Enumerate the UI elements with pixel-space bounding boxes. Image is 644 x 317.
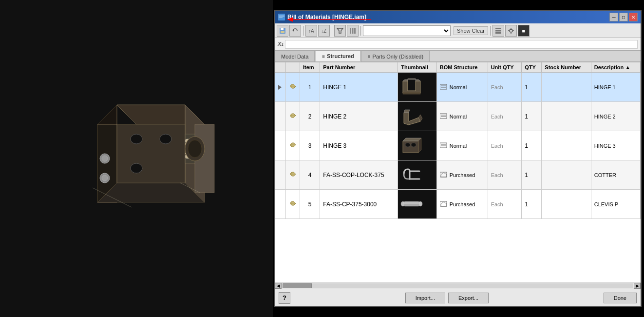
- col-stock-number[interactable]: Stock Number: [542, 62, 591, 73]
- scrollbar-track[interactable]: [283, 283, 633, 288]
- cell-qty: 1: [522, 73, 542, 102]
- tab-structured-icon: ≡: [322, 54, 325, 59]
- table-header-row: Item Part Number Thumbnail BOM Structure…: [275, 62, 641, 73]
- settings-button[interactable]: [505, 25, 517, 37]
- table-row[interactable]: 1 HINGE 1 Normal Each 1 HINGE 1: [275, 73, 641, 102]
- toolbar-separator-3: [360, 26, 361, 36]
- table-row[interactable]: 2 HINGE 2 Normal Each 1 HINGE 2: [275, 102, 641, 131]
- cell-qty: 1: [522, 131, 542, 160]
- cell-thumbnail: [398, 131, 436, 160]
- cell-unit-qty: Each: [488, 73, 522, 102]
- cell-expander[interactable]: [275, 73, 286, 102]
- minimize-button[interactable]: ─: [609, 13, 618, 21]
- svg-point-24: [188, 140, 202, 158]
- cell-expander: [275, 131, 286, 160]
- table-row[interactable]: 4 FA-SS-COP-LOCK-375 Purchased Each 1 CO…: [275, 160, 641, 190]
- sort-desc-button[interactable]: ↓Z: [318, 25, 330, 37]
- tab-parts-only-label: Parts Only (Disabled): [373, 54, 424, 59]
- bom-table-container[interactable]: Item Part Number Thumbnail BOM Structure…: [275, 62, 641, 282]
- col-part-number[interactable]: Part Number: [320, 62, 398, 73]
- col-thumbnail[interactable]: Thumbnail: [398, 62, 436, 73]
- scroll-left-btn[interactable]: ◀: [275, 283, 282, 289]
- cell-bom-structure: Normal: [436, 131, 488, 160]
- svg-rect-41: [354, 28, 356, 34]
- toolbar-separator-4: [490, 26, 491, 36]
- filter-button[interactable]: [334, 25, 346, 37]
- svg-rect-40: [352, 28, 354, 34]
- scroll-right-btn[interactable]: ▶: [634, 283, 641, 289]
- svg-point-65: [411, 143, 416, 147]
- table-row[interactable]: 3 HINGE 3 Normal Each 1 HINGE 3: [275, 131, 641, 160]
- properties-button[interactable]: [492, 25, 504, 37]
- cell-thumbnail: [398, 102, 436, 131]
- maximize-button[interactable]: □: [619, 13, 628, 21]
- bom-structure-label: Normal: [450, 114, 467, 119]
- cell-description: CLEVIS P: [591, 190, 640, 219]
- sort-asc-button[interactable]: ↑A: [305, 25, 317, 37]
- undo-button[interactable]: [289, 25, 301, 37]
- tab-model-data-label: Model Data: [281, 54, 308, 59]
- tab-structured[interactable]: ≡ Structured: [316, 51, 360, 61]
- cell-thumbnail: [398, 73, 436, 102]
- cell-item: 4: [300, 160, 320, 190]
- cell-item: 5: [300, 190, 320, 219]
- cell-bom-structure: Normal: [436, 73, 488, 102]
- horizontal-scrollbar[interactable]: ◀ ▶: [275, 282, 641, 289]
- cell-stock-number: [542, 131, 591, 160]
- col-qty[interactable]: QTY: [522, 62, 542, 73]
- save-button[interactable]: [277, 25, 288, 37]
- cell-part-number: FA-SS-CP-375-3000: [320, 190, 398, 219]
- active-mode-button[interactable]: ■: [518, 25, 530, 37]
- done-button[interactable]: Done: [604, 293, 637, 303]
- show-clear-button[interactable]: Show Clear: [454, 26, 488, 35]
- svg-marker-35: [292, 30, 294, 32]
- col-unit-qty[interactable]: Unit QTY: [488, 62, 522, 73]
- col-item[interactable]: Item: [300, 62, 320, 73]
- svg-point-10: [131, 163, 142, 173]
- cell-part-icon: [286, 73, 300, 102]
- cell-item: 1: [300, 73, 320, 102]
- cell-part-icon: [286, 190, 300, 219]
- cell-part-icon: [286, 102, 300, 131]
- table-row[interactable]: 5 FA-SS-CP-375-3000 Purchased Each 1 CLE…: [275, 190, 641, 219]
- cell-thumbnail: [398, 160, 436, 190]
- tab-parts-only-icon: ≡: [368, 54, 371, 59]
- tab-model-data[interactable]: Model Data: [275, 51, 315, 61]
- svg-rect-50: [440, 84, 447, 89]
- help-button[interactable]: ?: [279, 292, 290, 304]
- columns-button[interactable]: [347, 25, 359, 37]
- close-button[interactable]: ✕: [629, 13, 638, 21]
- svg-text:↑A: ↑A: [308, 28, 314, 34]
- svg-marker-38: [337, 28, 343, 33]
- cell-bom-structure: Normal: [436, 102, 488, 131]
- svg-point-22: [102, 175, 108, 181]
- col-icon: [286, 62, 300, 73]
- svg-rect-43: [495, 30, 501, 31]
- cell-unit-qty: Each: [488, 160, 522, 190]
- svg-text:↓Z: ↓Z: [321, 28, 326, 34]
- cell-part-number: FA-SS-COP-LOCK-375: [320, 160, 398, 190]
- svg-marker-7: [117, 124, 185, 183]
- export-button[interactable]: Export...: [448, 293, 489, 303]
- import-button[interactable]: Import...: [405, 293, 445, 303]
- cell-part-number: HINGE 2: [320, 102, 398, 131]
- cell-expander: [275, 190, 286, 219]
- tab-parts-only[interactable]: ≡ Parts Only (Disabled): [361, 51, 430, 61]
- col-description[interactable]: Description ▲: [591, 62, 640, 73]
- bottom-left-controls: ?: [279, 292, 290, 304]
- cell-unit-qty: Each: [488, 102, 522, 131]
- toolbar-separator-1: [303, 26, 303, 36]
- svg-rect-66: [440, 143, 447, 148]
- bom-window: Bill of Materials [HINGE.iam] ─ □ ✕ ↑A ↓…: [274, 10, 642, 307]
- svg-point-45: [510, 29, 512, 32]
- cell-qty: 1: [522, 190, 542, 219]
- tab-structured-label: Structured: [327, 53, 354, 59]
- bottom-center-controls: Import... Export...: [405, 293, 489, 303]
- cell-item: 2: [300, 102, 320, 131]
- svg-point-20: [102, 156, 108, 161]
- scrollbar-thumb[interactable]: [283, 283, 312, 288]
- view-dropdown[interactable]: [363, 25, 451, 36]
- svg-marker-61: [403, 141, 418, 153]
- col-expander: [275, 62, 286, 73]
- col-bom-structure[interactable]: BOM Structure: [436, 62, 488, 73]
